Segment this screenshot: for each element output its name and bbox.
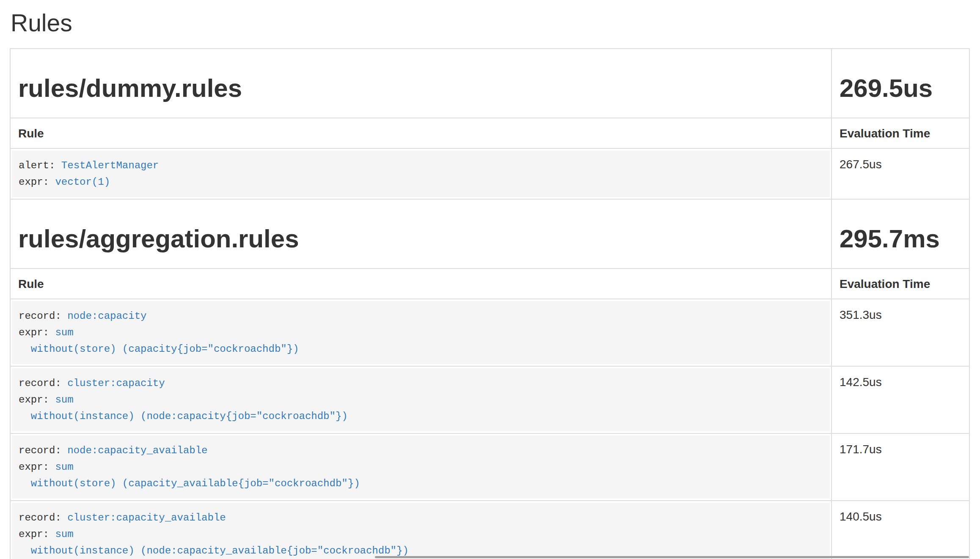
rule-keyword: expr: [19,394,55,406]
rules-page: Rules rules/dummy.rules269.5usRuleEvalua… [0,9,980,559]
rule-expression-link[interactable]: node:capacity [67,310,146,322]
rule-expression-link[interactable]: node:capacity_available [67,445,207,456]
rule-keyword: expr: [19,529,55,540]
rule-code: alert: TestAlertManager expr: vector(1) [12,151,830,197]
rule-cell: record: cluster:capacity expr: sum witho… [10,366,831,433]
rule-eval-time-value: 171.7us [831,433,969,501]
rule-eval-time-value: 351.3us [831,299,969,366]
rule-cell: record: node:capacity expr: sum without(… [10,299,831,366]
rule-expression-link[interactable]: TestAlertManager [61,160,159,171]
rule-column-header: Rule [10,118,831,148]
rule-group-file-name: rules/aggregation.rules [18,225,823,253]
column-header-row: RuleEvaluation Time [10,269,969,299]
rule-keyword: record: [19,378,67,389]
rule-group-file-name: rules/dummy.rules [18,74,823,102]
rule-group-name-cell: rules/aggregation.rules [10,199,831,269]
rule-keyword: record: [19,310,67,322]
rule-keyword: expr: [19,461,55,473]
rule-row: record: cluster:capacity_available expr:… [10,501,969,559]
rules-table: rules/dummy.rules269.5usRuleEvaluation T… [10,48,970,559]
rule-code: record: node:capacity_available expr: su… [12,436,830,499]
rule-keyword: alert: [19,160,61,171]
rule-keyword: record: [19,445,67,456]
rule-group-name-cell: rules/dummy.rules [10,49,831,118]
page-title: Rules [11,9,969,37]
rule-expression-link[interactable]: without(store) (capacity{job="cockroachd… [19,343,299,355]
rule-group-eval-time: 295.7ms [840,225,961,253]
rule-expression-link[interactable]: sum [55,327,73,338]
rule-row: record: cluster:capacity expr: sum witho… [10,366,969,433]
rule-group-row: rules/dummy.rules269.5us [10,49,969,118]
horizontal-scrollbar-thumb[interactable] [375,556,969,558]
rule-eval-time-value: 142.5us [831,366,969,433]
rule-cell: alert: TestAlertManager expr: vector(1) [10,148,831,199]
column-header-row: RuleEvaluation Time [10,118,969,148]
rule-expression-link[interactable]: without(instance) (node:capacity{job="co… [19,411,348,422]
rule-expression-link[interactable]: vector(1) [55,176,110,188]
rule-expression-link[interactable]: cluster:capacity_available [67,512,226,523]
rule-expression-link[interactable]: sum [55,394,73,406]
rule-code: record: cluster:capacity expr: sum witho… [12,368,830,431]
eval-time-column-header: Evaluation Time [831,269,969,299]
rule-expression-link[interactable]: without(instance) (node:capacity_availab… [19,545,409,556]
rule-row: record: node:capacity expr: sum without(… [10,299,969,366]
rule-eval-time-value: 267.5us [831,148,969,199]
rule-group-row: rules/aggregation.rules295.7ms [10,199,969,269]
rule-group-eval-time-cell: 295.7ms [831,199,969,269]
rule-group-eval-time: 269.5us [840,74,961,102]
rule-cell: record: node:capacity_available expr: su… [10,433,831,501]
rule-column-header: Rule [10,269,831,299]
rule-row: record: node:capacity_available expr: su… [10,433,969,501]
rule-row: alert: TestAlertManager expr: vector(1)2… [10,148,969,199]
rule-keyword: expr: [19,176,55,188]
rule-expression-link[interactable]: cluster:capacity [67,378,165,389]
rule-expression-link[interactable]: sum [55,529,73,540]
rule-eval-time-value: 140.5us [831,501,969,559]
rule-group-eval-time-cell: 269.5us [831,49,969,118]
rule-expression-link[interactable]: sum [55,461,73,473]
rule-cell: record: cluster:capacity_available expr:… [10,501,831,559]
rule-code: record: node:capacity expr: sum without(… [12,301,830,364]
rule-keyword: record: [19,512,67,523]
rule-expression-link[interactable]: without(store) (capacity_available{job="… [19,478,360,489]
eval-time-column-header: Evaluation Time [831,118,969,148]
rule-code: record: cluster:capacity_available expr:… [12,503,830,559]
rule-keyword: expr: [19,327,55,338]
